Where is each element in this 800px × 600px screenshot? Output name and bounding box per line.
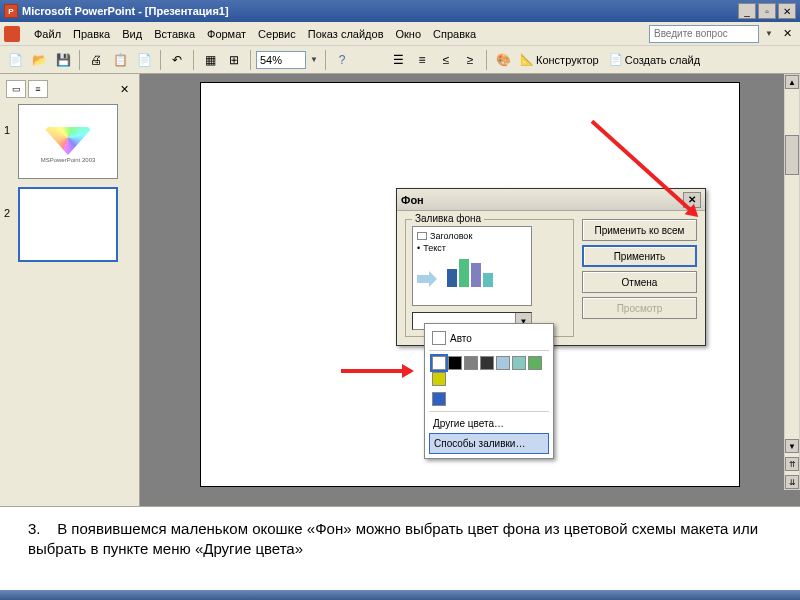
bar-icon <box>471 263 481 287</box>
scroll-down-button[interactable]: ▼ <box>785 439 799 453</box>
titlebar-text: Microsoft PowerPoint - [Презентация1] <box>22 5 738 17</box>
minimize-button[interactable]: _ <box>738 3 756 19</box>
bullets-icon[interactable]: ☰ <box>387 49 409 71</box>
dialog-titlebar[interactable]: Фон ✕ <box>397 189 705 211</box>
outline-tab[interactable]: ≡ <box>28 80 48 98</box>
color-swatch[interactable] <box>464 356 478 370</box>
slide-thumbnail-1[interactable]: MSPowerPoint 2003 <box>18 104 118 179</box>
color-swatch[interactable] <box>480 356 494 370</box>
panel-close-icon[interactable]: ✕ <box>116 83 133 96</box>
slide-canvas[interactable]: Фон ✕ Заливка фона Заголовок •Текст <box>200 82 740 487</box>
separator <box>325 50 326 70</box>
menu-tools[interactable]: Сервис <box>252 26 302 42</box>
fill-methods-item[interactable]: Способы заливки… <box>429 433 549 454</box>
indent-icon[interactable]: ≥ <box>459 49 481 71</box>
designer-button[interactable]: 📐Конструктор <box>516 53 603 66</box>
arrow-shape-icon <box>417 271 437 287</box>
grid-icon[interactable]: ⊞ <box>223 49 245 71</box>
close-button[interactable]: ✕ <box>778 3 796 19</box>
auto-label: Авто <box>450 333 472 344</box>
outdent-icon[interactable]: ≤ <box>435 49 457 71</box>
slide-number: 2 <box>4 187 14 219</box>
annotation-arrow <box>341 369 411 373</box>
new-icon[interactable]: 📄 <box>4 49 26 71</box>
help-icon[interactable]: ? <box>331 49 353 71</box>
next-slide-button[interactable]: ⇊ <box>785 475 799 489</box>
prev-slide-button[interactable]: ⇈ <box>785 457 799 471</box>
menu-file[interactable]: Файл <box>28 26 67 42</box>
bar-icon <box>459 259 469 287</box>
auto-swatch <box>432 331 446 345</box>
toolbar: 📄 📂 💾 🖨 📋 📄 ↶ ▦ ⊞ ▼ ? ☰ ≡ ≤ ≥ 🎨 📐Констру… <box>0 46 800 74</box>
thumbnails-tab[interactable]: ▭ <box>6 80 26 98</box>
recent-colors-row <box>429 389 549 409</box>
save-icon[interactable]: 💾 <box>52 49 74 71</box>
menu-view[interactable]: Вид <box>116 26 148 42</box>
scheme-colors-row <box>429 353 549 389</box>
thumb-caption: MSPowerPoint 2003 <box>41 157 96 163</box>
preview-text: Текст <box>423 243 446 253</box>
color-swatch[interactable] <box>432 356 446 370</box>
color-swatch[interactable] <box>448 356 462 370</box>
open-icon[interactable]: 📂 <box>28 49 50 71</box>
zoom-input[interactable] <box>256 51 306 69</box>
print-icon[interactable]: 🖨 <box>85 49 107 71</box>
thumbnail-panel: ▭ ≡ ✕ 1 MSPowerPoint 2003 2 <box>0 74 140 506</box>
preview-button[interactable]: Просмотр <box>582 297 697 319</box>
slide-thumbnail-2[interactable] <box>18 187 118 262</box>
auto-color-row[interactable]: Авто <box>429 328 549 348</box>
help-input[interactable] <box>649 25 759 43</box>
apply-all-button[interactable]: Применить ко всем <box>582 219 697 241</box>
color-swatch[interactable] <box>432 392 446 406</box>
apply-button[interactable]: Применить <box>582 245 697 267</box>
numbering-icon[interactable]: ≡ <box>411 49 433 71</box>
thumbnail-row[interactable]: 2 <box>4 187 135 262</box>
separator <box>429 411 549 412</box>
doc-name: [Презентация1] <box>145 5 229 17</box>
copy-icon[interactable]: 📋 <box>109 49 131 71</box>
color-fan-icon <box>43 120 93 155</box>
menu-window[interactable]: Окно <box>390 26 428 42</box>
editor-area: Фон ✕ Заливка фона Заголовок •Текст <box>140 74 800 506</box>
zoom-dropdown[interactable]: ▼ <box>308 55 320 64</box>
titlebar: P Microsoft PowerPoint - [Презентация1] … <box>0 0 800 22</box>
app-icon: P <box>4 4 18 18</box>
slide-number: 1 <box>4 104 14 136</box>
table-icon[interactable]: ▦ <box>199 49 221 71</box>
scroll-thumb[interactable] <box>785 135 799 175</box>
dialog-title: Фон <box>401 194 424 206</box>
step-text: В появившемся маленьком окошке «Фон» мож… <box>28 520 758 557</box>
vertical-scrollbar[interactable]: ▲ ▼ ⇈ ⇊ <box>784 74 800 490</box>
doc-close-button[interactable]: ✕ <box>779 27 796 40</box>
fill-legend: Заливка фона <box>412 213 484 224</box>
thumbnail-row[interactable]: 1 MSPowerPoint 2003 <box>4 104 135 179</box>
separator <box>160 50 161 70</box>
paste-icon[interactable]: 📄 <box>133 49 155 71</box>
restore-button[interactable]: ▫ <box>758 3 776 19</box>
app-name: Microsoft PowerPoint <box>22 5 135 17</box>
cancel-button[interactable]: Отмена <box>582 271 697 293</box>
color-icon[interactable]: 🎨 <box>492 49 514 71</box>
color-swatch[interactable] <box>496 356 510 370</box>
preview-title-text: Заголовок <box>430 231 472 241</box>
footer-accent-bar <box>0 590 800 600</box>
color-swatch[interactable] <box>512 356 526 370</box>
fill-group: Заливка фона Заголовок •Текст <box>405 219 574 337</box>
menu-format[interactable]: Формат <box>201 26 252 42</box>
separator <box>193 50 194 70</box>
menu-slideshow[interactable]: Показ слайдов <box>302 26 390 42</box>
menubar: Файл Правка Вид Вставка Формат Сервис По… <box>0 22 800 46</box>
menu-edit[interactable]: Правка <box>67 26 116 42</box>
color-swatch[interactable] <box>432 372 446 386</box>
color-swatch[interactable] <box>528 356 542 370</box>
instruction-footer: 3. В появившемся маленьком окошке «Фон» … <box>0 506 800 600</box>
step-number: 3. <box>28 520 41 537</box>
menu-help[interactable]: Справка <box>427 26 482 42</box>
undo-icon[interactable]: ↶ <box>166 49 188 71</box>
menu-insert[interactable]: Вставка <box>148 26 201 42</box>
bar-icon <box>483 273 493 287</box>
more-colors-item[interactable]: Другие цвета… <box>429 414 549 433</box>
new-slide-button[interactable]: 📄Создать слайд <box>605 53 704 66</box>
scroll-up-button[interactable]: ▲ <box>785 75 799 89</box>
help-dropdown[interactable]: ▼ <box>763 29 775 38</box>
